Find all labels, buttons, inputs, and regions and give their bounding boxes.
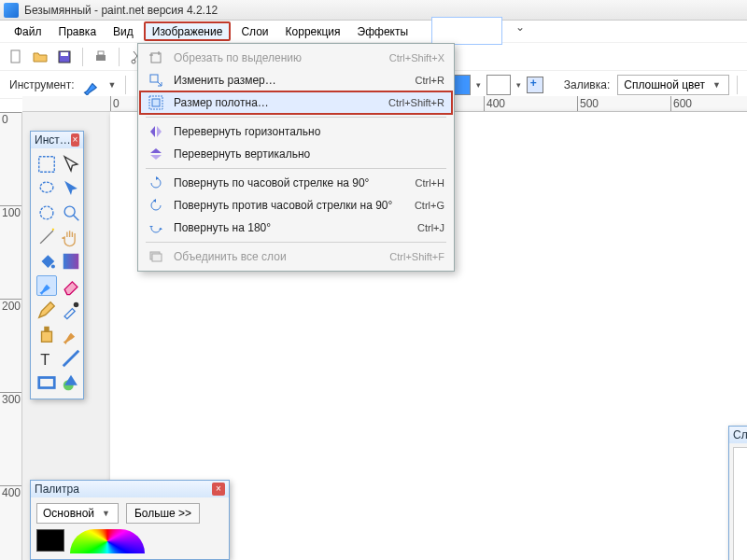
menu-item-flip-v[interactable]: Перевернуть вертикально [140,143,452,165]
palette-more-button[interactable]: Больше >> [126,503,200,524]
color-wheel[interactable] [70,529,145,553]
menu-edit[interactable]: Правка [50,21,106,42]
menu-separator [146,117,446,118]
menu-item-crop: Обрезать по выделению Ctrl+Shift+X [140,47,452,69]
menu-item-canvas[interactable]: Размер полотна… Ctrl+Shift+R [140,91,452,114]
svg-rect-2 [61,52,68,56]
menu-item-resize[interactable]: Изменить размер… Ctrl+R [140,69,452,91]
palette-color-select[interactable]: Основной ▼ [36,503,119,524]
svg-rect-12 [152,254,162,261]
current-color-swatch[interactable] [36,529,64,552]
tool-zoom[interactable] [61,203,81,223]
palette-panel[interactable]: Палитра × Основной ▼ Больше >> [30,480,230,560]
layers-list[interactable] [733,447,747,560]
layers-panel[interactable]: Сло… [728,426,747,560]
swatch2-dropdown-icon[interactable]: ▾ [514,80,523,90]
tool-eraser[interactable] [61,275,81,296]
color-swatch-secondary[interactable] [486,75,511,95]
tool-dropdown-icon[interactable]: ▼ [106,80,119,90]
ruler-tick: 0 [0,112,21,126]
new-file-icon[interactable] [6,47,26,67]
tool-recolor[interactable] [61,324,81,344]
menu-image[interactable]: Изображение [144,21,232,41]
fill-mode-select[interactable]: Сплошной цвет ▼ [617,75,729,95]
tool-line[interactable] [61,348,81,369]
tool-bucket[interactable] [36,251,57,272]
menu-item-flip-h[interactable]: Перевернуть горизонтально [140,120,452,143]
menu-view[interactable]: Вид [105,21,142,42]
tool-clone[interactable] [36,324,57,344]
palette-more-label: Больше >> [134,507,191,520]
flip-h-icon [148,123,164,140]
menu-effects[interactable]: Эффекты [349,21,417,42]
tool-color-picker[interactable] [61,300,81,320]
menu-item-label: Обрезать по выделению [174,51,380,64]
menu-item-label: Повернуть по часовой стрелке на 90° [174,176,406,189]
menu-item-shortcut: Ctrl+Shift+F [389,251,444,262]
svg-rect-0 [11,50,20,63]
svg-rect-18 [63,254,79,270]
ruler-tick: 600 [670,96,692,112]
menu-item-rot-cw[interactable]: Повернуть по часовой стрелке на 90° Ctrl… [140,172,452,194]
rot-180-icon [148,219,164,236]
tool-ellipse-select[interactable] [36,203,57,223]
close-icon[interactable]: × [71,133,79,147]
svg-rect-20 [42,331,52,342]
tool-rect-select[interactable] [36,154,57,175]
tool-pan[interactable] [61,227,81,247]
blend-mode-icon[interactable] [527,77,543,93]
ruler-vertical: 0 100 200 300 400 [0,112,22,560]
menu-item-shortcut: Ctrl+Shift+R [388,97,444,108]
svg-point-14 [40,182,53,192]
ruler-tick: 100 [0,205,21,219]
rot-cw-icon [148,175,164,191]
palette-panel-title-bar[interactable]: Палитра × [31,481,229,497]
open-file-icon[interactable] [30,47,50,67]
tool-gradient[interactable] [61,251,81,272]
close-icon[interactable]: × [212,483,225,496]
menu-bar: Файл Правка Вид Изображение Слои Коррекц… [0,21,747,43]
svg-point-15 [40,206,53,219]
menu-item-rot-180[interactable]: Повернуть на 180° Ctrl+J [140,217,452,239]
svg-rect-13 [39,157,55,173]
instrument-label: Инструмент: [6,78,78,91]
menu-item-label: Перевернуть горизонтально [174,125,435,138]
tool-pencil[interactable] [36,300,57,320]
tool-rectangle[interactable] [36,372,57,393]
menu-layers[interactable]: Слои [233,21,276,42]
layers-panel-title-bar[interactable]: Сло… [729,427,747,443]
app-icon [4,3,19,18]
svg-rect-10 [152,99,160,106]
title-bar: Безымянный - paint.net версия 4.2.12 [0,0,747,21]
print-icon[interactable] [91,47,111,67]
menu-file[interactable]: Файл [6,21,50,42]
menu-item-label: Повернуть против часовой стрелки на 90° [174,199,405,212]
tool-move-pixels[interactable] [61,178,81,199]
tools-panel[interactable]: Инст… × T [30,131,84,399]
canvas-icon [148,94,164,111]
menu-adjust[interactable]: Коррекция [277,21,349,42]
menu-item-shortcut: Ctrl+Shift+X [389,52,444,63]
tool-lasso[interactable] [36,178,57,199]
separator [119,48,120,66]
menu-item-rot-ccw[interactable]: Повернуть против часовой стрелки на 90° … [140,194,452,217]
menu-item-flatten: Объединить все слои Ctrl+Shift+F [140,245,452,268]
tool-move-selection[interactable] [61,154,81,175]
tool-brush-icon[interactable] [82,75,103,95]
svg-point-16 [64,206,75,217]
tool-text[interactable]: T [36,348,57,369]
tools-panel-title-bar[interactable]: Инст… × [31,132,83,148]
tool-paintbrush[interactable] [36,275,57,296]
menu-item-shortcut: Ctrl+J [417,222,444,233]
chevron-down-icon: ▼ [100,509,112,518]
tool-magic-wand[interactable] [36,227,57,247]
ruler-tick: 400 [0,485,21,499]
thumbnail-dropdown-icon[interactable]: ⌄ [510,21,530,42]
ruler-tick: 200 [0,299,21,313]
fill-mode-value: Сплошной цвет [624,78,705,91]
swatch1-dropdown-icon[interactable]: ▾ [474,80,483,90]
save-icon[interactable] [54,47,75,67]
ruler-tick: 0 [110,96,120,112]
document-thumbnail[interactable] [431,17,502,45]
tool-shapes[interactable] [61,372,81,393]
